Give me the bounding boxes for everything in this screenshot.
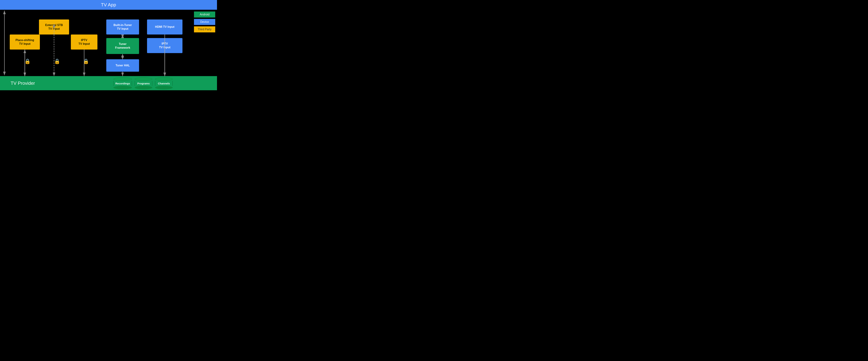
lock-icon-2: 🔒 bbox=[54, 58, 60, 64]
legend-device: Device bbox=[194, 19, 215, 25]
tv-provider-bar: TV Provider Recordings Programs Channels bbox=[0, 76, 217, 90]
legend: Android Device Third Party bbox=[194, 11, 215, 32]
legend-third-party: Third Party bbox=[194, 26, 215, 32]
programs-label: Programs bbox=[137, 82, 150, 85]
iptv-right-box: IPTVTV Input bbox=[147, 38, 182, 53]
iptv-right-label: IPTVTV Input bbox=[159, 42, 170, 50]
tv-app-bar: TV App bbox=[0, 0, 217, 10]
tuner-hal-label: Tuner HAL bbox=[116, 64, 130, 67]
channels-db: Channels bbox=[155, 77, 173, 89]
lock-icon-3: 🔒 bbox=[83, 58, 89, 64]
recordings-db: Recordings bbox=[113, 77, 132, 89]
place-shifting-box: Place-shiftingTV Input bbox=[10, 34, 40, 50]
external-stb-label: External STBTV Input bbox=[45, 23, 63, 31]
channels-label: Channels bbox=[158, 82, 170, 85]
tuner-hal-box: Tuner HAL bbox=[106, 59, 139, 72]
built-in-tuner-box: Built-in-TunerTV Input bbox=[106, 20, 139, 34]
lock-icon-1: 🔒 bbox=[25, 58, 31, 64]
place-shifting-label: Place-shiftingTV Input bbox=[16, 38, 34, 46]
programs-db: Programs bbox=[135, 77, 152, 89]
tuner-framework-label: TunerFramework bbox=[115, 42, 130, 50]
iptv-left-box: IPTVTV Input bbox=[71, 34, 97, 50]
recordings-label: Recordings bbox=[115, 82, 130, 85]
hdmi-tv-input-label: HDMI TV Input bbox=[155, 25, 174, 29]
iptv-left-label: IPTVTV Input bbox=[79, 38, 90, 46]
built-in-tuner-label: Built-in-TunerTV Input bbox=[114, 23, 132, 31]
legend-android: Android bbox=[194, 11, 215, 18]
tuner-framework-box: TunerFramework bbox=[106, 38, 139, 54]
tv-app-label: TV App bbox=[101, 2, 116, 8]
hdmi-tv-input-box: HDMI TV Input bbox=[147, 20, 182, 34]
tv-provider-label: TV Provider bbox=[0, 80, 35, 86]
external-stb-box: External STBTV Input bbox=[39, 20, 69, 34]
